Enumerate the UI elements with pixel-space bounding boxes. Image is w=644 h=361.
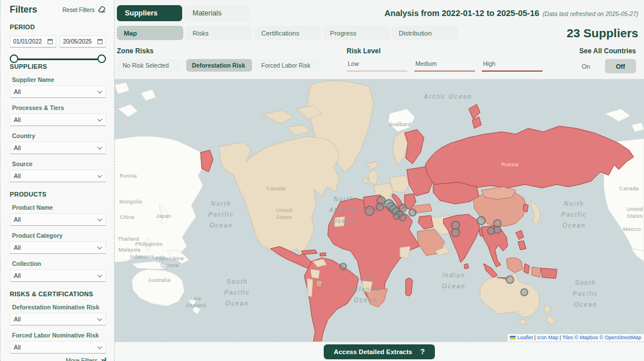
risk-level-group: Risk Level LowMediumHigh [347,47,543,72]
supplier-marker[interactable] [399,204,407,213]
zone-risks-group: Zone Risks No Risk SelectedDeforestation… [117,47,321,72]
filter-label-source: Source [12,160,106,167]
period-heading: PERIOD [10,23,106,30]
dropdown-value: All [14,244,21,251]
chevron-down-icon [97,316,102,320]
risk-level-high[interactable]: High [482,59,543,72]
attribution-link-leaflet[interactable]: Leaflet [517,335,533,340]
dropdown-value: All [14,88,21,95]
chevron-down-icon [97,144,102,149]
chevron-down-icon [97,88,102,93]
slider-track [14,58,101,60]
reset-filters-label: Reset Filters [62,7,95,13]
zone-risk-deforestation-risk[interactable]: Deforestation Risk [186,59,252,72]
supplier-marker[interactable] [409,209,417,217]
zone-risk-forced-labor-risk[interactable]: Forced Labor Risk [256,59,321,72]
chevron-down-icon [97,216,102,221]
filter-label-country: Country [12,132,106,139]
dropdown-value: All [14,216,21,223]
leaflet-flag-icon [510,336,516,340]
supplier-marker[interactable] [520,288,528,296]
zone-risk-no-risk-selected[interactable]: No Risk Selected [117,59,183,72]
section-heading-suppliers: SUPPLIERS [10,63,106,70]
filter-label-processes-tiers: Processes & Tiers [12,104,106,111]
dropdown-country[interactable]: All [10,142,106,154]
slider-handle-end[interactable] [97,54,106,63]
zone-risks-label: Zone Risks [117,47,321,55]
dropdown-value: All [14,316,21,323]
tab-suppliers[interactable]: Suppliers [117,5,182,21]
risk-level-label: Risk Level [347,47,543,55]
bottom-bar: Access Detailed Extracts ? [115,342,644,361]
supplier-marker[interactable] [477,216,486,225]
calendar-icon [48,39,53,44]
attribution-link-tiles-mapbox-openstreetmap[interactable]: Tiles © Mapbox © OpenStreetMap [563,335,642,340]
extract-button-label: Access Detailed Extracts [334,348,413,355]
dropdown-collection[interactable]: All [10,269,106,282]
supplier-marker[interactable] [376,203,384,211]
dropdown-value: All [14,116,21,123]
dropdown-product-name[interactable]: All [10,213,106,226]
filter-label-deforestation-nominative-risk: Deforestation Nominative Risk [12,304,106,311]
supplier-count: 23 Suppliers [567,26,638,40]
chevron-down-icon [97,244,102,249]
risk-level-low[interactable]: Low [347,59,407,72]
dropdown-processes-tiers[interactable]: All [10,113,106,126]
dropdown-source[interactable]: All [10,170,106,182]
tab-distribution[interactable]: Distribution [392,26,458,40]
dropdown-deforestation-nominative-risk[interactable]: All [10,313,106,325]
filters-panel: Filters Reset Filters PERIOD 01/01/2022 … [0,0,115,361]
supplier-marker[interactable] [451,228,460,237]
chevron-down-icon [97,116,102,121]
risk-level-medium[interactable]: Medium [414,59,475,72]
period-to-input[interactable]: 20/05/2025 [60,36,106,48]
eraser-icon [97,5,106,15]
tab-progress[interactable]: Progress [323,26,390,40]
double-chevron-icon: »| [101,356,106,361]
see-all-countries-label: See All Countries [579,47,636,55]
refresh-note: (Data last refreshed on 2025-05-27) [543,10,638,17]
tab-certifications[interactable]: Certifications [254,26,321,40]
filters-title: Filters [10,5,37,15]
period-from-input[interactable]: 01/01/2022 [10,36,56,48]
dashboard: Filters Reset Filters PERIOD 01/01/2022 … [0,0,644,361]
supplier-marker[interactable] [393,213,400,220]
world-map[interactable]: Arctic OceanNorth Atlantic OceanNorth Pa… [115,79,644,342]
supplier-marker[interactable] [506,276,515,284]
period-from-value: 01/01/2022 [13,38,42,45]
tab-risks[interactable]: Risks [186,26,252,40]
section-heading-risks-certifications: RISKS & CERTIFICATIONS [10,291,106,297]
slider-handle-start[interactable] [10,54,18,63]
access-detailed-extracts-button[interactable]: Access Detailed Extracts ? [324,344,435,359]
dropdown-forced-labor-nominative-risk[interactable]: All [10,341,106,354]
filter-label-forced-labor-nominative-risk: Forced Labor Nominative Risk [12,332,106,339]
more-filters-label: More Filters [66,357,97,361]
reset-filters-button[interactable]: Reset Filters [62,5,106,15]
supplier-marker[interactable] [340,263,347,270]
tab-materials[interactable]: Materials [184,5,250,21]
map-attribution: Leaflet | Icon Map | Tiles © Mapbox © Op… [508,334,644,342]
supplier-marker[interactable] [399,214,407,222]
filter-label-product-name: Product Name [12,204,106,211]
analysis-range-text: Analysis from 2022-01-12 to 2025-05-16 [384,9,539,18]
section-heading-products: PRODUCTS [10,191,106,198]
more-filters-button[interactable]: »| [101,356,106,361]
filter-label-collection: Collection [12,260,106,267]
filter-label-product-category: Product Category [12,232,106,239]
filter-label-supplier-name: Supplier Name [12,76,106,83]
see-all-countries-group: See All Countries OnOff [579,47,636,73]
tab-map[interactable]: Map [117,26,183,40]
dropdown-value: All [14,144,21,151]
see-all-off-toggle[interactable]: Off [605,59,636,73]
chevron-down-icon [97,172,102,177]
supplier-marker[interactable] [364,206,375,216]
dropdown-value: All [14,344,21,351]
main-area: SuppliersMaterials Analysis from 2022-01… [115,0,644,361]
see-all-on-toggle[interactable]: On [582,63,590,70]
help-question-icon[interactable]: ? [420,347,425,356]
dropdown-supplier-name[interactable]: All [10,85,106,98]
supplier-marker[interactable] [493,226,501,234]
dropdown-value: All [14,172,21,179]
dropdown-product-category[interactable]: All [10,241,106,254]
attribution-link-icon-map[interactable]: Icon Map [537,335,558,340]
